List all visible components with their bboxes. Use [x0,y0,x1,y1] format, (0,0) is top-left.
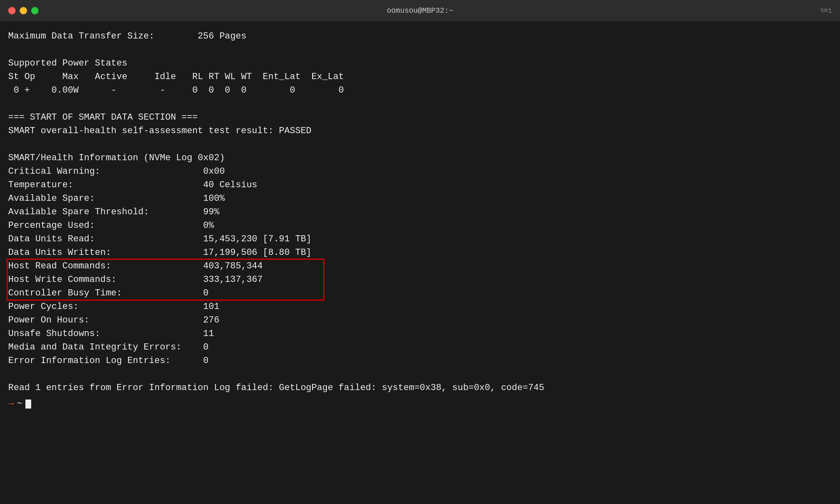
terminal-line: Unsafe Shutdowns: 11 [8,327,832,341]
prompt-tilde: ~ [17,397,22,411]
terminal-line: 0 + 0.00W - - 0 0 0 0 0 0 [8,84,832,97]
terminal-line: Host Write Commands: 333,137,367 [8,273,832,286]
terminal-line: Error Information Log Entries: 0 [8,354,832,368]
terminal-line: Maximum Data Transfer Size: 256 Pages [8,30,832,43]
empty-line [8,43,832,57]
titlebar: oomusou@MBP32:~ ⌥⌘1 [0,0,840,21]
terminal-line: === START OF SMART DATA SECTION === [8,111,832,124]
terminal-line: Media and Data Integrity Errors: 0 [8,341,832,354]
terminal-line: Data Units Read: 15,453,230 [7.91 TB] [8,232,832,246]
prompt-arrow: → [8,397,14,411]
terminal-line: Power On Hours: 276 [8,313,832,327]
window-title: oomusou@MBP32:~ [387,7,453,15]
terminal-line: Available Spare Threshold: 99% [8,205,832,219]
terminal-line: Power Cycles: 101 [8,300,832,313]
terminal-line: Temperature: 40 Celsius [8,178,832,192]
terminal-cursor [25,400,31,409]
empty-line [8,138,832,151]
terminal-line: Controller Busy Time: 0 [8,286,832,300]
terminal-line: Supported Power States [8,57,832,70]
terminal-line: SMART/Health Information (NVMe Log 0x02) [8,151,832,165]
terminal-line: Data Units Written: 17,199,506 [8.80 TB] [8,246,832,259]
close-button[interactable] [8,7,16,14]
prompt-line: →~ [8,397,832,411]
terminal-line: Critical Warning: 0x00 [8,165,832,178]
traffic-lights [8,7,39,14]
terminal-line: Host Read Commands: 403,785,344 [8,259,832,273]
minimize-button[interactable] [20,7,27,14]
empty-line [8,368,832,381]
terminal-line: Available Spare: 100% [8,192,832,205]
empty-line [8,97,832,111]
terminal-line: St Op Max Active Idle RL RT WL WT Ent_La… [8,70,832,84]
terminal-line: SMART overall-health self-assessment tes… [8,124,832,138]
terminal-line: Read 1 entries from Error Information Lo… [8,381,832,395]
keyboard-shortcut: ⌥⌘1 [820,7,832,15]
terminal-line: Percentage Used: 0% [8,219,832,232]
terminal-content[interactable]: Maximum Data Transfer Size: 256 PagesSup… [0,21,840,504]
maximize-button[interactable] [31,7,39,14]
